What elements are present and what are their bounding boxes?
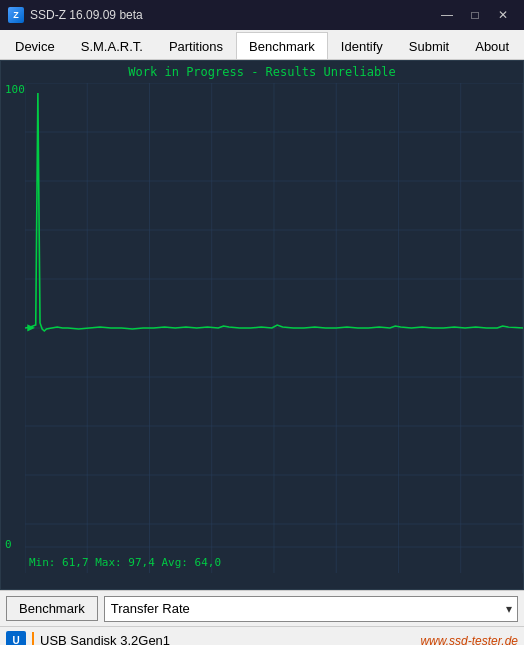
status-divider [32, 632, 34, 646]
chart-title: Work in Progress - Results Unreliable [1, 61, 523, 83]
title-bar: Z SSD-Z 16.09.09 beta — □ ✕ [0, 0, 524, 30]
menu-benchmark[interactable]: Benchmark [236, 32, 328, 59]
close-button[interactable]: ✕ [490, 5, 516, 25]
transfer-rate-dropdown[interactable]: Transfer Rate Access Time IOPS [104, 596, 518, 622]
dropdown-container: Transfer Rate Access Time IOPS ▾ [104, 596, 518, 622]
device-name: USB Sandisk 3.2Gen1 [40, 633, 414, 645]
chart-svg: ▶ [25, 83, 523, 573]
status-icon: U [6, 631, 26, 646]
y-label-max: 100 [5, 83, 25, 96]
status-bar: U USB Sandisk 3.2Gen1 www.ssd-tester.de [0, 626, 524, 645]
benchmark-button[interactable]: Benchmark [6, 596, 98, 621]
menu-device[interactable]: Device [2, 33, 68, 59]
chart-stats: Min: 61,7 Max: 97,4 Avg: 64,0 [29, 556, 221, 569]
maximize-button[interactable]: □ [462, 5, 488, 25]
menu-partitions[interactable]: Partitions [156, 33, 236, 59]
app-title: SSD-Z 16.09.09 beta [30, 8, 143, 22]
title-bar-controls: — □ ✕ [434, 5, 516, 25]
menu-about[interactable]: About [462, 33, 522, 59]
website-url: www.ssd-tester.de [420, 634, 518, 646]
app-icon: Z [8, 7, 24, 23]
chart-container: Work in Progress - Results Unreliable 10… [0, 60, 524, 590]
minimize-button[interactable]: — [434, 5, 460, 25]
bottom-bar: Benchmark Transfer Rate Access Time IOPS… [0, 590, 524, 626]
menu-bar: Device S.M.A.R.T. Partitions Benchmark I… [0, 30, 524, 60]
menu-submit[interactable]: Submit [396, 33, 462, 59]
title-bar-left: Z SSD-Z 16.09.09 beta [8, 7, 143, 23]
menu-smart[interactable]: S.M.A.R.T. [68, 33, 156, 59]
y-label-min: 0 [5, 538, 12, 551]
menu-identify[interactable]: Identify [328, 33, 396, 59]
